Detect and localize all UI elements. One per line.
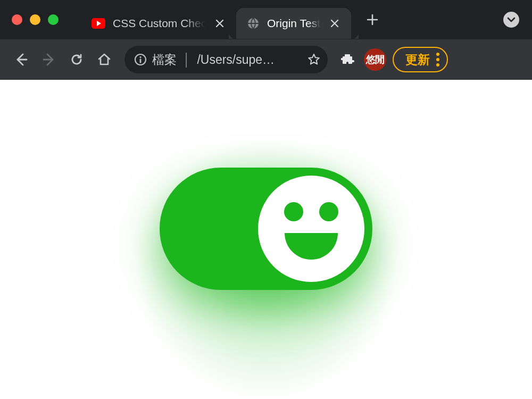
toolbar: 檔案 │ /Users/supe… 悠閒 更新	[0, 39, 532, 80]
new-tab-button[interactable]	[362, 9, 383, 30]
smiley-eyes	[284, 202, 338, 221]
globe-icon	[247, 17, 260, 30]
forward-button[interactable]	[37, 48, 61, 71]
window-close-button[interactable]	[12, 14, 22, 25]
svg-rect-5	[140, 59, 142, 63]
info-icon[interactable]	[134, 53, 147, 66]
browser-chrome: CSS Custom Checkbox Origin Test	[0, 0, 532, 80]
kebab-icon	[436, 53, 439, 66]
smiley-eye-left	[284, 202, 303, 221]
window-controls	[12, 14, 59, 25]
tab-active-1[interactable]: Origin Test	[236, 8, 351, 39]
bookmark-icon[interactable]	[307, 53, 320, 66]
extension-badge[interactable]: 悠閒	[364, 48, 386, 71]
window-minimize-button[interactable]	[30, 14, 40, 25]
tab-title: Origin Test	[267, 17, 320, 30]
tab-row: CSS Custom Checkbox Origin Test	[0, 0, 532, 39]
window-maximize-button[interactable]	[48, 14, 59, 25]
tab-title: CSS Custom Checkbox	[113, 17, 205, 30]
smiley-eye-right	[319, 202, 338, 221]
close-icon[interactable]	[213, 16, 227, 30]
svg-point-4	[139, 56, 141, 58]
extensions-icon[interactable]	[336, 48, 360, 71]
page-viewport	[0, 80, 532, 399]
home-button[interactable]	[93, 48, 116, 71]
toggle-knob	[258, 176, 364, 282]
youtube-icon	[92, 18, 105, 29]
close-icon[interactable]	[328, 16, 342, 30]
tab-list-button[interactable]	[503, 12, 519, 28]
smiley-toggle[interactable]	[160, 168, 372, 290]
omnibox-path: /Users/supe…	[197, 53, 302, 67]
update-button[interactable]: 更新	[393, 47, 448, 72]
update-label: 更新	[405, 52, 430, 68]
smiley-mouth	[285, 233, 338, 260]
tab-inactive-0[interactable]: CSS Custom Checkbox	[81, 8, 236, 39]
back-button[interactable]	[10, 48, 33, 71]
omnibox-scheme: 檔案	[152, 52, 177, 68]
reload-button[interactable]	[65, 48, 88, 71]
extension-badge-label: 悠閒	[366, 53, 384, 66]
address-bar[interactable]: 檔案 │ /Users/supe…	[124, 46, 328, 73]
